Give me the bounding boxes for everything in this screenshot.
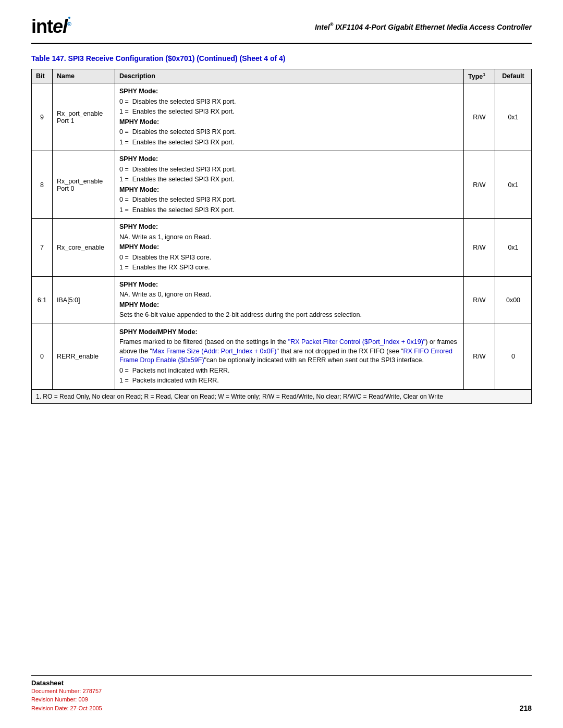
footer-page-number: 218 [520,704,532,712]
desc-line: 1 = Enables the selected SPI3 RX port. [119,175,459,184]
table-row: 7 Rx_core_enable SPHY Mode: NA. Write as… [32,219,532,277]
header-title: Intel® IXF1104 4-Port Gigabit Ethernet M… [71,22,532,31]
footer-revision-date: Revision Date: 27-Oct-2005 [31,704,102,713]
footer-revision-number: Revision Number: 009 [31,695,102,704]
field-name: Rx_port_enablePort 0 [53,151,115,219]
field-description: SPHY Mode: 0 = Disables the selected SPI… [115,83,464,151]
link-rx-packet-filter[interactable]: "RX Packet Filter Control ($Port_Index +… [288,338,426,346]
mode-label: MPHY Mode: [119,118,159,126]
desc-line: Frames marked to be filtered (based on t… [119,338,459,365]
bit-value: 9 [32,83,53,151]
desc-line: 0 = Disables the selected SPI3 RX port. [119,97,459,107]
page-container: intel® Intel® IXF1104 4-Port Gigabit Eth… [0,0,563,728]
table-row: 9 Rx_port_enablePort 1 SPHY Mode: 0 = Di… [32,83,532,151]
header-title-rest: IXF1104 4-Port Gigabit Ethernet Media Ac… [333,22,532,31]
desc-line: 0 = Disables the selected SPI3 RX port. [119,165,459,175]
main-table: Bit Name Description Type1 Default 9 Rx_… [31,69,532,404]
field-default: 0x1 [495,151,532,219]
footer-datasheet-label: Datasheet [31,679,102,687]
col-header-description: Description [115,69,464,83]
table-row: 0 RERR_enable SPHY Mode/MPHY Mode: Frame… [32,324,532,389]
footer-doc-number: Document Number: 278757 [31,687,102,696]
desc-line: 0 = Disables the selected SPI3 RX port. [119,128,459,137]
field-description: SPHY Mode/MPHY Mode: Frames marked to be… [115,324,464,389]
desc-line: 1 = Packets indicated with RERR. [119,376,459,386]
desc-line: Sets the 6-bit value appended to the 2-b… [119,311,459,320]
bit-value: 0 [32,324,53,389]
field-name: Rx_port_enablePort 1 [53,83,115,151]
footnote-row: 1. RO = Read Only, No clear on Read; R =… [32,389,532,403]
bit-value: 8 [32,151,53,219]
col-header-type: Type1 [464,69,495,83]
desc-line: NA. Write as 1, ignore on Read. [119,233,459,242]
desc-line: 1 = Enables the RX SPI3 core. [119,263,459,273]
page-footer: Datasheet Document Number: 278757 Revisi… [31,675,532,713]
field-description: SPHY Mode: 0 = Disables the selected SPI… [115,151,464,219]
desc-line: 0 = Disables the selected SPI3 RX port. [119,195,459,205]
mode-label: SPHY Mode/MPHY Mode: [119,328,198,336]
bit-value: 7 [32,219,53,277]
field-default: 0x1 [495,83,532,151]
link-max-frame-size[interactable]: Max Frame Size (Addr: Port_Index + 0x0F) [152,348,277,355]
table-title: Table 147. SPI3 Receive Configuration ($… [31,54,532,63]
field-default: 0x00 [495,276,532,324]
col-header-name: Name [53,69,115,83]
mode-label: MPHY Mode: [119,186,159,193]
field-type: R/W [464,151,495,219]
field-type: R/W [464,324,495,389]
field-name: IBA[5:0] [53,276,115,324]
desc-line: 1 = Enables the selected SPI3 RX port. [119,107,459,117]
mode-label: SPHY Mode: [119,223,158,230]
field-name: RERR_enable [53,324,115,389]
field-type: R/W [464,83,495,151]
field-description: SPHY Mode: NA. Write as 0, ignore on Rea… [115,276,464,324]
mode-label: MPHY Mode: [119,243,159,251]
desc-line: 0 = Disables the RX SPI3 core. [119,253,459,263]
mode-label: SPHY Mode: [119,281,158,288]
field-name: Rx_core_enable [53,219,115,277]
desc-line: 1 = Enables the selected SPI3 RX port. [119,206,459,215]
page-header: intel® Intel® IXF1104 4-Port Gigabit Eth… [31,16,532,44]
bit-value: 6:1 [32,276,53,324]
footnote-text: 1. RO = Read Only, No clear on Read; R =… [32,389,532,403]
col-header-default: Default [495,69,532,83]
footer-left: Datasheet Document Number: 278757 Revisi… [31,679,102,713]
field-default: 0x1 [495,219,532,277]
mode-label: MPHY Mode: [119,301,159,309]
desc-line: NA. Write as 0, ignore on Read. [119,290,459,300]
mode-label: SPHY Mode: [119,155,158,163]
mode-label: SPHY Mode: [119,88,158,95]
table-row: 8 Rx_port_enablePort 0 SPHY Mode: 0 = Di… [32,151,532,219]
col-header-bit: Bit [32,69,53,83]
desc-line: 1 = Enables the selected SPI3 RX port. [119,138,459,147]
field-default: 0 [495,324,532,389]
header-title-text: Intel [315,22,330,31]
desc-line: 0 = Packets not indicated with RERR. [119,366,459,376]
table-row: 6:1 IBA[5:0] SPHY Mode: NA. Write as 0, … [32,276,532,324]
field-description: SPHY Mode: NA. Write as 1, ignore on Rea… [115,219,464,277]
field-type: R/W [464,276,495,324]
intel-logo: intel® [31,16,71,38]
field-type: R/W [464,219,495,277]
